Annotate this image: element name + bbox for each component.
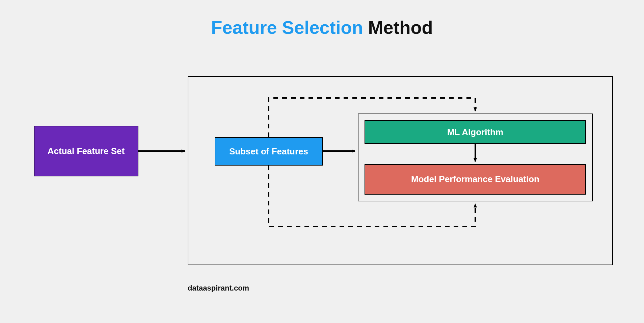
node-model-perf-eval: Model Performance Evaluation [365, 164, 586, 195]
node-subset-of-features: Subset of Features [215, 137, 323, 166]
node-label: Subset of Features [229, 146, 308, 157]
diagram-canvas: Feature Selection Method Actual Feature … [0, 0, 644, 323]
title-highlight: Feature Selection [211, 17, 363, 38]
node-label: Actual Feature Set [48, 146, 125, 156]
node-label: ML Algorithm [447, 127, 503, 138]
attribution-text: dataaspirant.com [188, 284, 249, 293]
diagram-title: Feature Selection Method [0, 17, 644, 38]
node-label: Model Performance Evaluation [411, 174, 539, 184]
title-rest: Method [363, 17, 433, 38]
node-ml-algorithm: ML Algorithm [365, 120, 586, 144]
node-actual-feature-set: Actual Feature Set [34, 126, 138, 176]
